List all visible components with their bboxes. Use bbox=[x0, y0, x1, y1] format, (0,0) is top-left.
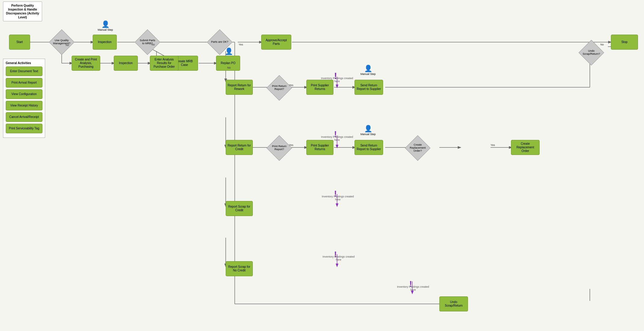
label-yes-4: Yes bbox=[491, 144, 495, 147]
connector-lines bbox=[0, 0, 644, 331]
inspection-2-node[interactable]: Inspection bbox=[114, 56, 138, 71]
ga-item-0[interactable]: Enter Document Text bbox=[6, 67, 42, 76]
manual-step-label-3: 👤 Manual Step bbox=[355, 65, 382, 76]
approve-accept-node[interactable]: Approve/Accept Parts bbox=[261, 35, 291, 50]
label-yes-1: Yes bbox=[239, 43, 243, 46]
submit-parts-mrb-diamond: Submit Parts to MRB? bbox=[138, 33, 156, 51]
ga-item-4[interactable]: Cancel Arrival/Receipt bbox=[6, 112, 42, 122]
report-scrap-no-credit-node[interactable]: Report Scrap for No Credit bbox=[226, 261, 253, 276]
ga-item-3[interactable]: View Receipt History bbox=[6, 101, 42, 110]
stop-node[interactable]: Stop bbox=[611, 35, 638, 50]
create-replacement-order-node[interactable]: Create Replacement Order bbox=[511, 140, 540, 155]
inventory-posting-label-3: Inventory Postings created here bbox=[320, 195, 355, 201]
label-no-3: No bbox=[600, 43, 604, 46]
label-no-parts: No bbox=[227, 66, 231, 69]
inspection-1-node[interactable]: Inspection bbox=[93, 35, 117, 50]
report-return-credit-node[interactable]: Report Return for Credit bbox=[226, 140, 253, 155]
general-activities-title: General Activities bbox=[6, 61, 42, 65]
create-print-node[interactable]: Create and Print Analysis, Purchasing bbox=[72, 56, 100, 71]
canvas: Perform Quality Inspection & Handle Disc… bbox=[0, 0, 644, 331]
print-supplier-returns-1-node[interactable]: Print Supplier Returns bbox=[306, 80, 333, 95]
print-return-report-1-diamond: Print Return Report? bbox=[270, 79, 288, 97]
ga-item-1[interactable]: Print Arrival Report bbox=[6, 78, 42, 88]
undo-scrap-return-diamond: Undo Scrap/Return? bbox=[582, 44, 600, 62]
title-text: Perform Quality Inspection & Handle Disc… bbox=[6, 4, 39, 19]
create-replacement-order-diamond: Create Replacement Order? bbox=[409, 139, 427, 157]
page-title: Perform Quality Inspection & Handle Disc… bbox=[3, 2, 42, 21]
inventory-posting-label-4: Inventory Postings created here bbox=[320, 255, 357, 261]
manual-step-label-4: 👤 Manual Step bbox=[355, 125, 382, 136]
ga-item-5[interactable]: Print Serviceability Tag bbox=[6, 124, 42, 133]
report-scrap-credit-node[interactable]: Report Scrap for Credit bbox=[226, 201, 253, 216]
ga-item-2[interactable]: View Configuration bbox=[6, 89, 42, 99]
report-return-rework-node[interactable]: Report Return for Rework bbox=[226, 80, 253, 95]
parts-ok-diamond: Parts are OK? bbox=[211, 33, 229, 51]
label-yes-2: Yes bbox=[289, 84, 293, 87]
print-return-report-2-diamond: Print Return Report? bbox=[270, 139, 288, 157]
send-return-supplier-1-node[interactable]: Send Return Report to Supplier bbox=[355, 80, 383, 95]
label-yes-3: Yes bbox=[289, 144, 293, 147]
inventory-posting-label-5: Inventory Postings created here bbox=[396, 285, 430, 291]
print-supplier-returns-2-node[interactable]: Print Supplier Returns bbox=[306, 140, 333, 155]
start-node[interactable]: Start bbox=[9, 35, 30, 50]
send-return-supplier-2-node[interactable]: Send Return Report to Supplier bbox=[355, 140, 383, 155]
manual-step-label-1: 👤 Manual Step bbox=[92, 20, 119, 31]
undo-scrap-return-node[interactable]: Undo Scrap/Return bbox=[439, 296, 468, 311]
general-activities-panel: General Activities Enter Document Text P… bbox=[3, 59, 45, 138]
use-quality-mgmt-diamond: Use Quality Management? bbox=[53, 33, 71, 51]
enter-analysis-node[interactable]: Enter Analysis Results for Purchase Orde… bbox=[150, 56, 178, 71]
